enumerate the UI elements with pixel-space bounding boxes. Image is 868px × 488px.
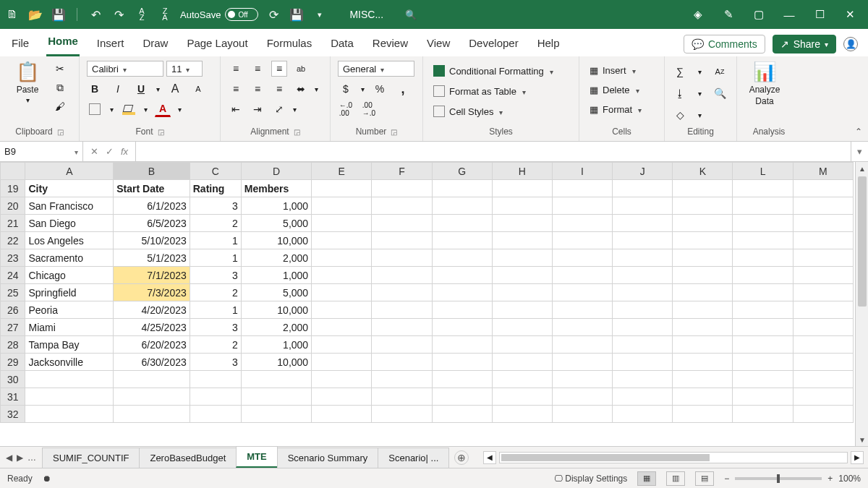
cell[interactable]	[492, 267, 552, 284]
cell[interactable]	[552, 197, 612, 215]
cell[interactable]	[613, 371, 673, 388]
cell[interactable]	[114, 388, 190, 406]
cell[interactable]	[673, 354, 733, 371]
font-dialog-icon[interactable]: ◲	[158, 128, 164, 136]
cell[interactable]: 10,000	[241, 354, 311, 371]
wrap-text-button[interactable]: ab	[293, 61, 309, 77]
align-left-icon[interactable]: ≡	[228, 81, 244, 97]
hscroll-left-icon[interactable]: ◀	[483, 451, 496, 464]
cell[interactable]	[372, 319, 432, 336]
cell[interactable]	[25, 406, 114, 423]
cell[interactable]	[793, 388, 853, 406]
font-name-combo[interactable]: Calibri	[87, 61, 163, 77]
cell[interactable]: Rating	[190, 180, 241, 197]
column-header-J[interactable]: J	[613, 163, 673, 180]
new-file-icon[interactable]: 🗎	[4, 7, 20, 22]
tab-page-layout[interactable]: Page Layout	[185, 31, 249, 56]
cell[interactable]: San Diego	[25, 215, 114, 232]
orientation-icon[interactable]: ⤢	[271, 101, 287, 117]
cell[interactable]	[372, 301, 432, 319]
zoom-slider[interactable]: − + 100%	[724, 474, 861, 484]
tab-view[interactable]: View	[425, 31, 451, 56]
cell[interactable]	[793, 336, 853, 354]
row-header[interactable]: 24	[1, 267, 25, 284]
cell[interactable]	[793, 354, 853, 371]
cell[interactable]	[312, 319, 372, 336]
cell[interactable]: 1,000	[241, 267, 311, 284]
cell[interactable]	[492, 371, 552, 388]
cell[interactable]	[432, 249, 492, 267]
share-button[interactable]: ↗ Share ▾	[773, 35, 836, 53]
cell[interactable]: San Francisco	[25, 197, 114, 215]
cell[interactable]	[312, 197, 372, 215]
align-bottom-icon[interactable]: ≡	[271, 61, 287, 77]
cell[interactable]: 1	[190, 232, 241, 249]
fill-icon[interactable]: ⭳	[672, 85, 688, 101]
cell[interactable]	[673, 232, 733, 249]
cell[interactable]	[372, 388, 432, 406]
close-icon[interactable]: ✕	[842, 7, 858, 22]
row-header[interactable]: 19	[1, 180, 25, 197]
delete-cells-button[interactable]: ▦ Delete	[587, 83, 642, 97]
row-header[interactable]: 26	[1, 301, 25, 319]
column-header-D[interactable]: D	[241, 163, 311, 180]
copy-icon[interactable]: ⧉	[52, 80, 68, 95]
cell[interactable]	[492, 301, 552, 319]
cell[interactable]	[241, 371, 311, 388]
cell[interactable]: 1,000	[241, 197, 311, 215]
font-size-combo[interactable]: 11	[166, 61, 203, 77]
decrease-decimal-button[interactable]: .00→.0	[361, 101, 377, 117]
cell[interactable]	[733, 336, 793, 354]
cell[interactable]: Miami	[25, 319, 114, 336]
cell[interactable]	[492, 180, 552, 197]
column-header-G[interactable]: G	[432, 163, 492, 180]
save-icon[interactable]: 💾	[51, 7, 67, 22]
align-middle-icon[interactable]: ≡	[250, 61, 265, 77]
cell[interactable]	[432, 215, 492, 232]
cell[interactable]	[673, 215, 733, 232]
cell[interactable]: 6/20/2023	[114, 336, 190, 354]
cell[interactable]: 5,000	[241, 284, 311, 301]
view-normal-icon[interactable]: ▦	[637, 471, 656, 486]
cell[interactable]	[372, 354, 432, 371]
grow-font-button[interactable]: A	[167, 81, 183, 97]
sheet-tab[interactable]: ZeroBasedBudget	[139, 448, 237, 468]
increase-decimal-button[interactable]: ←.0.00	[338, 101, 354, 117]
cell[interactable]	[372, 197, 432, 215]
format-as-table-button[interactable]: Format as Table	[430, 84, 529, 98]
cell[interactable]	[673, 267, 733, 284]
align-top-icon[interactable]: ≡	[228, 61, 244, 77]
column-header-E[interactable]: E	[312, 163, 372, 180]
cell[interactable]: 10,000	[241, 301, 311, 319]
column-header-A[interactable]: A	[25, 163, 114, 180]
comma-button[interactable]: ,	[395, 81, 411, 97]
cell[interactable]	[793, 267, 853, 284]
cell[interactable]	[613, 388, 673, 406]
sort-filter-icon[interactable]: AZ	[712, 64, 728, 80]
cell[interactable]	[733, 354, 793, 371]
cell[interactable]: 4/25/2023	[114, 319, 190, 336]
cell[interactable]: 2,000	[241, 319, 311, 336]
cell[interactable]	[733, 180, 793, 197]
cell[interactable]	[613, 215, 673, 232]
paste-button[interactable]: 📋 Paste ▾	[7, 61, 48, 104]
cell[interactable]	[492, 319, 552, 336]
scroll-up-icon[interactable]: ▲	[856, 162, 868, 175]
cell[interactable]	[25, 371, 114, 388]
column-header-B[interactable]: B	[114, 163, 190, 180]
comments-button[interactable]: 💬 Comments	[684, 35, 765, 53]
row-header[interactable]: 23	[1, 249, 25, 267]
number-format-combo[interactable]: General	[338, 61, 414, 77]
conditional-formatting-button[interactable]: Conditional Formatting	[430, 64, 556, 78]
cell[interactable]	[733, 406, 793, 423]
cell[interactable]	[312, 232, 372, 249]
cell[interactable]	[312, 284, 372, 301]
cell[interactable]	[492, 388, 552, 406]
cell[interactable]: Start Date	[114, 180, 190, 197]
underline-button[interactable]: U	[133, 81, 149, 97]
cell[interactable]: Springfield	[25, 284, 114, 301]
cell[interactable]	[793, 406, 853, 423]
cell[interactable]	[312, 371, 372, 388]
cell[interactable]	[312, 301, 372, 319]
cell[interactable]	[432, 319, 492, 336]
